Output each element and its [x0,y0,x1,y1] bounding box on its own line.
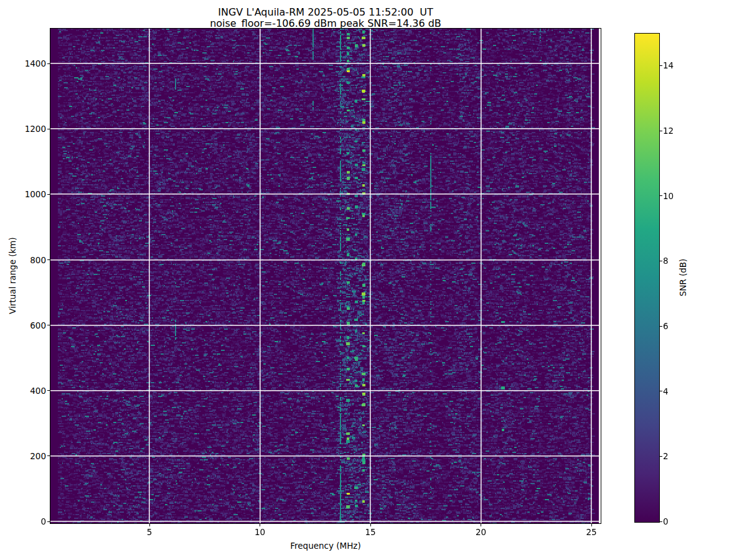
y-tick-mark [47,194,50,195]
x-tick-label: 15 [352,526,389,538]
x-tick-label: 5 [131,526,168,538]
y-tick-label: 1400 [1,58,46,69]
y-tick-label: 0 [1,516,46,527]
x-tick-label: 10 [242,526,279,538]
y-tick-label: 1000 [1,189,46,200]
y-tick-mark [47,259,50,260]
colorbar-tick-label: 10 [663,190,674,202]
y-tick-label: 400 [1,385,46,396]
colorbar-tick-mark [660,521,662,522]
colorbar-tick-label: 0 [663,516,669,527]
x-axis-label: Frequency (MHz) [50,541,601,551]
colorbar-tick-mark [660,261,662,261]
colorbar [634,33,660,523]
y-tick-mark [47,325,50,325]
colorbar-tick-mark [660,326,662,327]
y-tick-label: 200 [1,450,46,462]
y-tick-mark [47,455,50,456]
colorbar-tick-mark [660,391,662,391]
chart-title: INGV L'Aquila-RM 2025-05-05 11:52:00 UT [50,7,601,18]
colorbar-tick-mark [660,65,662,66]
plot-area [50,28,601,524]
y-tick-mark [47,390,50,391]
colorbar-tick-mark [660,456,662,457]
colorbar-tick-label: 6 [663,320,669,332]
y-tick-label: 600 [1,320,46,331]
x-tick-label: 20 [463,526,500,538]
colorbar-tick-label: 2 [663,450,669,462]
y-axis-label: Virtual range (km) [7,237,17,314]
colorbar-tick-label: 8 [663,255,669,266]
heatmap-canvas [50,29,601,523]
y-tick-label: 800 [1,254,46,266]
y-tick-mark [47,521,50,522]
x-tick-label: 25 [573,526,610,538]
colorbar-tick-mark [660,195,662,196]
figure: INGV L'Aquila-RM 2025-05-05 11:52:00 UT … [0,0,747,560]
colorbar-label: SNR (dB) [678,259,688,297]
colorbar-tick-label: 12 [663,125,674,136]
colorbar-tick-label: 4 [663,386,669,397]
colorbar-tick-label: 14 [663,60,674,71]
y-tick-mark [47,129,50,129]
y-tick-label: 1200 [1,123,46,134]
colorbar-tick-mark [660,131,662,131]
y-tick-mark [47,63,50,64]
